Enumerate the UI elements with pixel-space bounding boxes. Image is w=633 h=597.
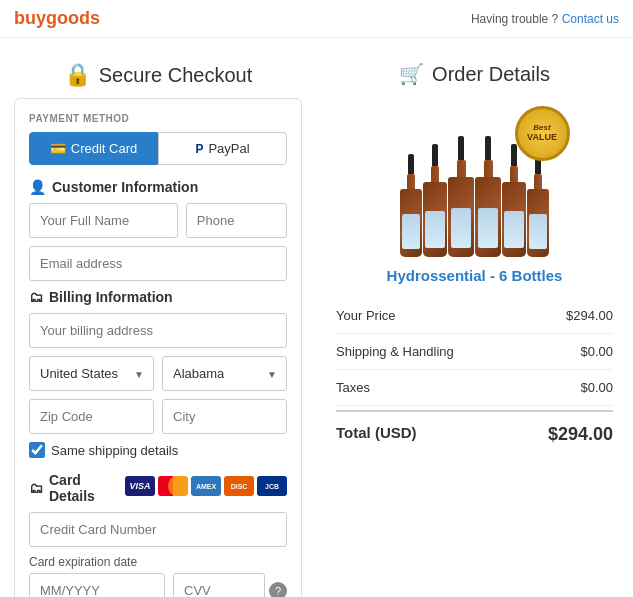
customer-section-header: 👤 Customer Information bbox=[29, 179, 287, 195]
cvv-help-icon[interactable]: ? bbox=[269, 582, 287, 598]
state-select[interactable]: Alabama Alaska Arizona California bbox=[162, 356, 287, 391]
product-name: Hydrossential - 6 Bottles bbox=[336, 267, 613, 284]
card-section-header: 🗂 Card Details bbox=[29, 472, 125, 504]
expiry-label: Card expiration date bbox=[29, 555, 287, 569]
country-state-row: United States Canada United Kingdom Alab… bbox=[29, 356, 287, 391]
bottle-1 bbox=[400, 154, 422, 257]
user-icon: 👤 bbox=[29, 179, 46, 195]
best-value-badge: Best VALUE bbox=[515, 106, 570, 161]
visa-icon: VISA bbox=[125, 476, 155, 496]
card-number-input[interactable] bbox=[29, 512, 287, 547]
contact-link[interactable]: Contact us bbox=[562, 12, 619, 26]
paypal-icon: P bbox=[195, 142, 203, 156]
checkout-panel: 🔒 Secure Checkout PAYMENT METHOD 💳 Credi… bbox=[0, 38, 316, 597]
expiry-input[interactable] bbox=[29, 573, 165, 597]
order-panel: 🛒 Order Details bbox=[316, 38, 633, 597]
shipping-label: Shipping & Handling bbox=[336, 344, 454, 359]
country-select-wrap: United States Canada United Kingdom bbox=[29, 356, 154, 391]
billing-section-header: 🗂 Billing Information bbox=[29, 289, 287, 305]
same-shipping-label: Same shipping details bbox=[51, 443, 178, 458]
taxes-row: Taxes $0.00 bbox=[336, 370, 613, 406]
total-row: Total (USD) $294.00 bbox=[336, 410, 613, 457]
card-details-header: 🗂 Card Details VISA AMEX DISC JCB bbox=[29, 468, 287, 504]
expiry-cvv-row: ? bbox=[29, 573, 287, 597]
name-phone-row bbox=[29, 203, 287, 238]
total-label: Total (USD) bbox=[336, 424, 417, 445]
same-shipping-row: Same shipping details bbox=[29, 442, 287, 458]
email-input[interactable] bbox=[29, 246, 287, 281]
bottle-2 bbox=[423, 144, 447, 257]
order-title: 🛒 Order Details bbox=[336, 48, 613, 96]
city-input[interactable] bbox=[162, 399, 287, 434]
cvv-input[interactable] bbox=[173, 573, 265, 597]
shipping-row: Shipping & Handling $0.00 bbox=[336, 334, 613, 370]
jcb-icon: JCB bbox=[257, 476, 287, 496]
phone-input[interactable] bbox=[186, 203, 287, 238]
taxes-label: Taxes bbox=[336, 380, 370, 395]
taxes-value: $0.00 bbox=[580, 380, 613, 395]
billing-icon: 🗂 bbox=[29, 289, 43, 305]
card-icon: 🗂 bbox=[29, 480, 43, 496]
top-bar: buygoods Having trouble ? Contact us bbox=[0, 0, 633, 38]
payment-tabs: 💳 Credit Card P PayPal bbox=[29, 132, 287, 165]
logo: buygoods bbox=[14, 8, 100, 29]
card-number-group bbox=[29, 512, 287, 547]
trouble-text: Having trouble ? Contact us bbox=[471, 12, 619, 26]
checkout-title: 🔒 Secure Checkout bbox=[14, 48, 302, 98]
zip-input[interactable] bbox=[29, 399, 154, 434]
bottle-4 bbox=[475, 136, 501, 257]
product-image: Best VALUE bbox=[370, 106, 580, 261]
bottle-5 bbox=[502, 144, 526, 257]
tab-credit-card[interactable]: 💳 Credit Card bbox=[29, 132, 158, 165]
mastercard-icon bbox=[158, 476, 188, 496]
bottle-6 bbox=[527, 154, 549, 257]
shipping-value: $0.00 bbox=[580, 344, 613, 359]
amex-icon: AMEX bbox=[191, 476, 221, 496]
full-name-input[interactable] bbox=[29, 203, 178, 238]
zip-city-row bbox=[29, 399, 287, 434]
total-value: $294.00 bbox=[548, 424, 613, 445]
cart-icon: 🛒 bbox=[399, 62, 424, 86]
state-select-wrap: Alabama Alaska Arizona California bbox=[162, 356, 287, 391]
payment-method-label: PAYMENT METHOD bbox=[29, 113, 287, 124]
price-label: Your Price bbox=[336, 308, 396, 323]
country-select[interactable]: United States Canada United Kingdom bbox=[29, 356, 154, 391]
email-group bbox=[29, 246, 287, 281]
bottle-3 bbox=[448, 136, 474, 257]
tab-paypal[interactable]: P PayPal bbox=[158, 132, 287, 165]
discover-icon: DISC bbox=[224, 476, 254, 496]
lock-icon: 🔒 bbox=[64, 62, 91, 88]
cvv-wrap: ? bbox=[173, 573, 287, 597]
same-shipping-checkbox[interactable] bbox=[29, 442, 45, 458]
price-value: $294.00 bbox=[566, 308, 613, 323]
price-row: Your Price $294.00 bbox=[336, 298, 613, 334]
billing-address-input[interactable] bbox=[29, 313, 287, 348]
address-group bbox=[29, 313, 287, 348]
product-image-wrap: Best VALUE bbox=[336, 106, 613, 261]
credit-card-icon: 💳 bbox=[50, 141, 66, 156]
card-icons: VISA AMEX DISC JCB bbox=[125, 476, 287, 496]
checkout-form-card: PAYMENT METHOD 💳 Credit Card P PayPal 👤 … bbox=[14, 98, 302, 597]
